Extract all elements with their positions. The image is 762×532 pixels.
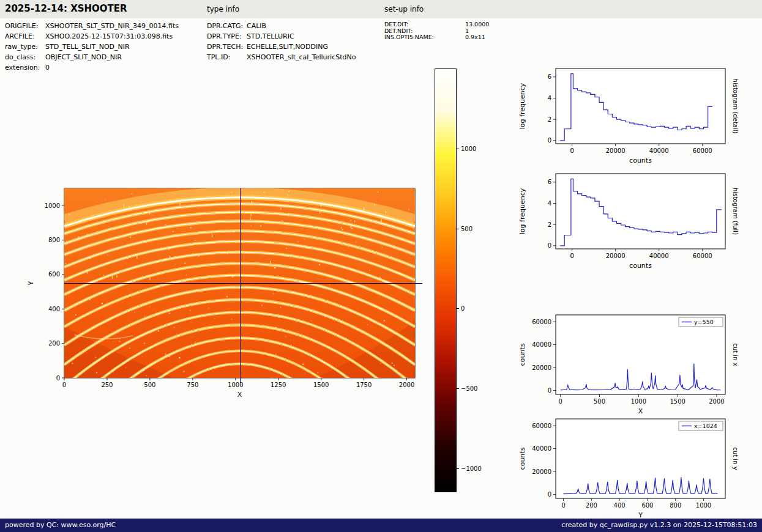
info-value: XSHOO.2025-12-15T07:31:03.098.fits	[45, 32, 173, 43]
hot-pixel	[329, 284, 330, 285]
corner-shade	[316, 321, 415, 378]
hot-pixel	[161, 247, 162, 248]
sky-line-mark	[146, 223, 147, 225]
echelle-order	[64, 212, 415, 244]
hot-pixel	[91, 297, 92, 298]
info-row-tplid: TPL.ID: XSHOOTER_slt_cal_TelluricStdNo	[207, 53, 356, 64]
sky-line-mark	[149, 277, 150, 279]
info-label: DPR.CATG:	[207, 22, 247, 32]
hot-pixel	[227, 253, 228, 254]
hot-pixel	[158, 330, 159, 331]
hot-pixel	[86, 234, 87, 234]
hot-pixel	[165, 224, 166, 226]
info-value: OBJECT_SLIT_NOD_NIR	[45, 53, 122, 64]
sky-line-mark	[116, 275, 117, 278]
colorbar	[435, 68, 457, 492]
hot-pixel	[186, 234, 187, 234]
hot-pixel	[72, 363, 73, 364]
sky-line-mark	[252, 201, 252, 204]
sky-line-mark	[198, 254, 199, 257]
chart-cut_x: 05001000150020000200004000060000Xcountsc…	[516, 309, 761, 422]
hot-pixel	[318, 372, 318, 373]
qc-report-page: 2025-12-14: XSHOOTER type info set-up in…	[0, 0, 762, 532]
y-tick-label: 0	[548, 242, 551, 249]
x-tick-label: 1750	[356, 382, 372, 388]
x-tick-label: 250	[101, 382, 113, 388]
x-axis-label: counts	[629, 157, 652, 164]
info-value: STD,TELLURIC	[247, 32, 294, 43]
crosshair-horizontal	[64, 283, 422, 284]
hot-pixel	[181, 353, 181, 354]
echelle-order	[122, 338, 357, 378]
sky-line-mark	[112, 276, 113, 279]
y-axis-label: counts	[518, 343, 526, 366]
colorbar-tick	[457, 468, 459, 469]
file-info-block: ORIGFILE: XSHOOTER_SLT_STD_NIR_349_0014.…	[5, 22, 179, 74]
hot-pixel	[348, 246, 349, 248]
series-histogram-full	[560, 179, 722, 246]
x-tick-label: 500	[594, 398, 605, 405]
x-tick-label: 800	[670, 502, 681, 509]
colorbar-tick-label: 0	[461, 305, 465, 312]
hot-pixel	[75, 198, 76, 199]
hot-pixel	[144, 213, 145, 215]
series-cut-x1024	[564, 477, 718, 493]
info-value: 0	[45, 64, 50, 74]
echelle-order	[94, 325, 386, 379]
image-background	[64, 188, 415, 378]
hot-pixel	[102, 303, 103, 304]
info-label: DET.DIT:	[384, 21, 465, 28]
hot-pixel	[93, 254, 94, 255]
hot-pixel	[125, 368, 126, 368]
hot-pixel	[168, 356, 170, 357]
hot-pixel	[381, 232, 382, 233]
info-value: XSHOOTER_slt_cal_TelluricStdNo	[247, 53, 356, 64]
x-axis-label: X	[237, 391, 242, 399]
x-tick-label: 40000	[649, 253, 669, 259]
hot-pixel	[273, 294, 274, 295]
hot-pixel	[318, 372, 319, 373]
hot-pixel	[214, 221, 215, 222]
hot-pixel	[208, 308, 209, 308]
hot-pixel	[290, 256, 291, 257]
legend-box	[679, 421, 723, 430]
plot-background	[556, 315, 725, 394]
echelle-order	[64, 287, 415, 345]
hot-pixel	[350, 220, 352, 221]
hot-pixel	[190, 227, 192, 228]
y-tick-label: 600	[48, 271, 60, 278]
y-tick-label: 40000	[532, 445, 551, 452]
hot-pixel	[119, 341, 120, 342]
colorbar-tick-label: −1000	[461, 465, 482, 472]
plot-background	[556, 68, 725, 144]
hot-pixel	[275, 327, 276, 328]
x-tick-label: 60000	[693, 253, 712, 259]
hot-pixel	[367, 298, 367, 299]
hot-pixel	[264, 192, 265, 193]
echelle-order	[64, 275, 415, 327]
corner-shade	[64, 326, 174, 378]
y-tick-label: 6	[548, 73, 551, 80]
plot-frame	[556, 419, 725, 498]
footer-qc-link[interactable]: powered by QC: www.eso.org/HC	[5, 519, 116, 532]
hot-pixel	[103, 275, 104, 276]
series-histogram-detail	[560, 74, 712, 141]
echelle-order	[64, 242, 415, 281]
hot-pixel	[134, 312, 135, 313]
hot-pixel	[99, 274, 100, 275]
echelle-order	[64, 287, 415, 345]
info-row-insopti5: INS.OPTI5.NAME: 0.9x11	[384, 34, 489, 40]
series-cut-y550	[561, 364, 720, 390]
info-row-dprtype: DPR.TYPE: STD,TELLURIC	[207, 32, 356, 43]
hot-pixel	[394, 365, 395, 366]
sky-line-mark	[170, 200, 171, 202]
echelle-order	[64, 231, 415, 267]
hot-pixel	[184, 263, 185, 264]
info-value: XSHOOTER_SLT_STD_NIR_349_0014.fits	[45, 22, 179, 32]
faint-arc	[75, 335, 133, 339]
hot-pixel	[231, 202, 232, 203]
plot-frame	[556, 174, 725, 249]
header-bar: 2025-12-14: XSHOOTER type info set-up in…	[0, 0, 762, 18]
hot-pixel	[304, 284, 305, 285]
hot-pixel	[335, 242, 336, 243]
